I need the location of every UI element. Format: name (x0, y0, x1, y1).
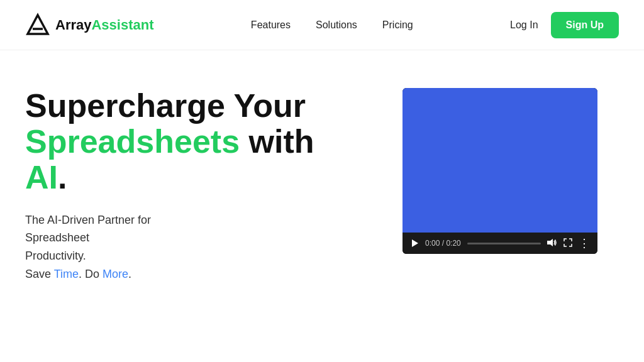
video-controls: 0:00 / 0:20 (402, 233, 597, 254)
svg-marker-3 (547, 239, 553, 246)
signup-button[interactable]: Sign Up (551, 12, 619, 38)
video-time: 0:00 / 0:20 (425, 239, 461, 248)
nav-solutions[interactable]: Solutions (316, 19, 357, 31)
volume-button[interactable] (547, 238, 557, 249)
logo[interactable]: ArrayAssistant (25, 13, 154, 38)
video-area: 0:00 / 0:20 (402, 88, 597, 254)
logo-text: ArrayAssistant (55, 17, 154, 33)
play-button[interactable] (410, 239, 419, 248)
hero-section: Supercharge Your Spreadsheets with AI. T… (25, 88, 352, 283)
video-player[interactable]: 0:00 / 0:20 (402, 88, 597, 254)
nav-pricing[interactable]: Pricing (382, 19, 413, 31)
svg-marker-0 (28, 15, 48, 34)
logo-icon (25, 13, 50, 38)
nav-features[interactable]: Features (251, 19, 291, 31)
more-options-button[interactable]: ⋮ (579, 238, 590, 249)
hero-title: Supercharge Your Spreadsheets with AI. (25, 88, 352, 196)
header-actions: Log In Sign Up (510, 12, 619, 38)
hero-subtitle: The AI-Driven Partner for Spreadsheet Pr… (25, 211, 352, 283)
svg-marker-2 (412, 239, 418, 247)
login-button[interactable]: Log In (510, 19, 538, 31)
main-nav: Features Solutions Pricing (251, 19, 413, 31)
video-progress-bar[interactable] (467, 243, 541, 244)
fullscreen-button[interactable] (564, 238, 572, 249)
video-thumbnail (402, 88, 597, 233)
